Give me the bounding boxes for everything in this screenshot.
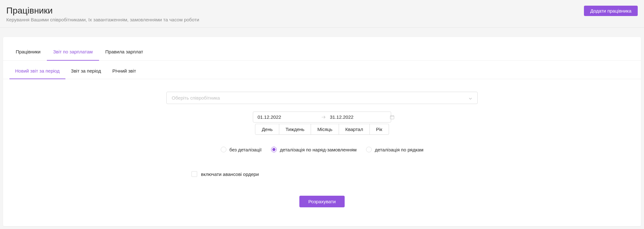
radio-icon bbox=[221, 147, 226, 152]
radio-icon bbox=[366, 147, 372, 152]
page-header: Працівники Керування Вашими співробітник… bbox=[0, 0, 644, 28]
page-header-text: Працівники Керування Вашими співробітник… bbox=[6, 6, 199, 22]
calculate-button[interactable]: Розрахувати bbox=[299, 196, 344, 207]
arrow-right-icon bbox=[321, 115, 326, 120]
tab-salary-report[interactable]: Звіт по зарплатам bbox=[47, 43, 99, 61]
employee-select[interactable]: Оберіть співробітника bbox=[166, 92, 478, 104]
sub-tabs: Новий звіт за період Звіт за період Річн… bbox=[3, 63, 641, 79]
date-range-picker[interactable] bbox=[253, 112, 391, 123]
date-to-input[interactable] bbox=[330, 114, 390, 120]
date-block: День Тиждень Місяць Квартал Рік bbox=[253, 112, 391, 135]
calendar-icon bbox=[390, 115, 395, 120]
report-form: Оберіть співробітника День Тиждень Місяц… bbox=[3, 79, 641, 214]
radio-detail-lines[interactable]: деталізація по рядкам bbox=[366, 147, 423, 152]
page-subtitle: Керування Вашими співробітниками, їх зав… bbox=[6, 17, 199, 22]
period-quarter-button[interactable]: Квартал bbox=[339, 124, 370, 135]
period-year-button[interactable]: Рік bbox=[370, 124, 389, 135]
radio-detail-orders-label: деталізація по наряд-замовленням bbox=[280, 147, 357, 152]
period-month-button[interactable]: Місяць bbox=[311, 124, 339, 135]
period-quick-select: День Тиждень Місяць Квартал Рік bbox=[255, 124, 389, 135]
radio-no-detail[interactable]: без деталізації bbox=[221, 147, 262, 152]
main-tabs: Працівники Звіт по зарплатам Правила зар… bbox=[3, 43, 641, 61]
content-card: Працівники Звіт по зарплатам Правила зар… bbox=[3, 37, 641, 226]
date-from-input[interactable] bbox=[258, 114, 317, 120]
page-title: Працівники bbox=[6, 6, 199, 16]
include-advance-row[interactable]: включати авансові ордери bbox=[166, 171, 478, 177]
radio-detail-lines-label: деталізація по рядкам bbox=[375, 147, 423, 152]
radio-no-detail-label: без деталізації bbox=[230, 147, 262, 152]
chevron-down-icon bbox=[469, 96, 472, 100]
add-employee-button[interactable]: Додати працівника bbox=[584, 6, 638, 16]
detail-level-radios: без деталізації деталізація по наряд-зам… bbox=[221, 147, 424, 152]
radio-detail-orders[interactable]: деталізація по наряд-замовленням bbox=[271, 147, 357, 152]
subtab-period-report[interactable]: Звіт за період bbox=[65, 63, 107, 79]
employee-select-placeholder: Оберіть співробітника bbox=[172, 95, 220, 101]
period-day-button[interactable]: День bbox=[255, 124, 279, 135]
radio-icon bbox=[271, 147, 277, 152]
svg-rect-0 bbox=[390, 116, 394, 119]
period-week-button[interactable]: Тиждень bbox=[279, 124, 311, 135]
subtab-annual-report[interactable]: Річний звіт bbox=[107, 63, 142, 79]
checkbox-icon bbox=[192, 171, 197, 177]
subtab-new-period-report[interactable]: Новий звіт за період bbox=[9, 63, 65, 79]
include-advance-label: включати авансові ордери bbox=[201, 172, 259, 177]
tab-salary-rules[interactable]: Правила зарплат bbox=[99, 43, 149, 61]
tab-employees[interactable]: Працівники bbox=[9, 43, 47, 61]
